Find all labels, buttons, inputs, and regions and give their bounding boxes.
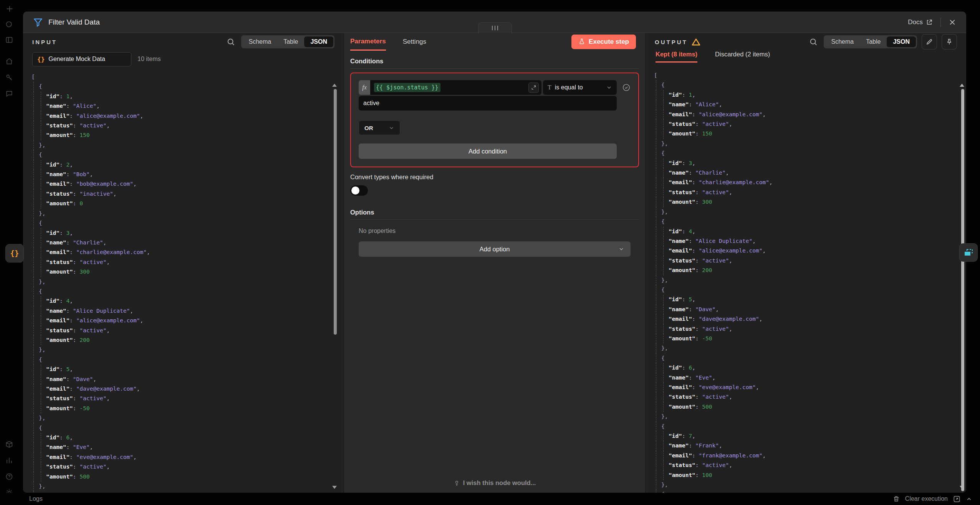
docs-link[interactable]: Docs [908,18,933,26]
close-icon[interactable] [949,18,956,26]
json-line: "amount": 500 [646,402,966,412]
json-line: "name": "Eve", [646,373,966,383]
chevron-down-icon [618,246,624,252]
tab-settings[interactable]: Settings [403,33,426,51]
options-title: Options [350,209,639,216]
combinator-select[interactable]: OR [359,120,400,135]
json-line: }, [23,277,344,287]
trash-icon[interactable] [893,495,900,502]
input-panel: INPUT Schema Table JSON {} Generate Mock… [23,33,344,493]
chevron-down-icon [606,84,612,91]
tab-table[interactable]: Table [277,36,304,47]
output-scroll-up-icon[interactable] [960,84,964,87]
warning-triangle-icon[interactable] [692,38,700,46]
chevron-up-icon[interactable] [966,496,972,502]
json-line: "id": 5, [646,295,966,304]
json-line: "name": "Charlie", [646,168,966,178]
execute-step-button[interactable]: Execute step [571,35,636,49]
json-line: "status": "active", [23,121,344,130]
json-line: "status": "active", [646,392,966,402]
json-line: { [23,82,344,91]
condition-left-value-field[interactable]: {{ $json.status }} [370,80,541,95]
tab-parameters[interactable]: Parameters [350,33,386,51]
home-icon[interactable] [5,58,13,65]
execute-step-label: Execute step [589,38,629,46]
json-line: "status": "active", [23,326,344,335]
json-line: }, [23,482,344,491]
input-source-select[interactable]: {} Generate Mock Data [32,52,131,66]
chevron-down-icon [116,56,126,62]
output-search-icon[interactable] [809,38,818,46]
node-feedback-link[interactable]: I wish this node would... [344,479,645,487]
input-scrollbar[interactable] [334,89,337,335]
condition-right-value-field[interactable]: active [359,96,617,111]
output-scrollbar[interactable] [961,89,964,491]
expression-fx-badge[interactable]: fx [359,80,370,95]
tab-table[interactable]: Table [860,36,887,47]
add-option-button[interactable]: Add option [359,241,631,257]
panel-toggle-icon[interactable] [5,36,13,44]
edit-output-button[interactable] [922,34,937,50]
input-search-icon[interactable] [227,38,235,46]
filter-node-icon [33,17,43,27]
json-line: "status": "active", [646,256,966,266]
package-icon[interactable] [5,441,13,448]
operator-select[interactable]: T is equal to [543,80,617,95]
json-line: "id": 2, [23,160,344,170]
pin-data-button[interactable] [942,34,957,50]
panel-drag-handle[interactable] [478,22,512,33]
wish-label: I wish this node would... [463,479,536,487]
json-line: }, [23,413,344,423]
search-canvas-icon[interactable] [5,21,13,28]
input-node-chip[interactable]: {} [5,244,24,262]
input-label: INPUT [32,39,57,45]
tab-schema[interactable]: Schema [825,36,860,47]
tab-schema[interactable]: Schema [242,36,277,47]
json-line: { [23,218,344,228]
input-items-count: 10 items [137,56,161,63]
json-line: "status": "active", [646,188,966,197]
tab-json[interactable]: JSON [887,36,916,47]
output-scroll-down-icon[interactable] [960,486,964,489]
expression-text[interactable]: {{ $json.status }} [374,83,440,92]
insights-chart-icon[interactable] [5,457,13,464]
json-line: "email": "alice@example.com", [23,316,344,325]
json-line: { [23,423,344,433]
clear-execution-label[interactable]: Clear execution [905,495,948,502]
input-view-tabs: Schema Table JSON [241,35,334,48]
input-scroll-up-icon[interactable] [332,84,337,87]
json-line: "amount": 300 [23,267,344,277]
open-expression-editor-icon[interactable] [528,83,539,93]
json-line: { [23,150,344,160]
output-panel: OUTPUT Schema Table JSON [645,33,966,493]
convert-types-toggle[interactable] [350,185,368,196]
kept-tab[interactable]: Kept (8 items) [656,51,697,63]
convert-types-label: Convert types where required [350,173,639,181]
pop-out-icon[interactable] [953,495,960,503]
node-settings-modal: Filter Valid Data Docs INPUT Schema Ta [23,12,966,493]
next-node-chip[interactable] [959,243,978,262]
input-scroll-down-icon[interactable] [332,486,337,489]
json-line: { [646,149,966,158]
condition-value: active [363,100,379,107]
logs-label[interactable]: Logs [29,495,43,502]
input-json-view[interactable]: [{"id": 1,"name": "Alice","email": "alic… [23,68,344,493]
json-line: { [646,490,966,493]
condition-valid-check-icon[interactable] [622,83,631,92]
json-line: "id": 5, [23,365,344,374]
add-condition-button[interactable]: Add condition [359,144,617,159]
input-source-name: Generate Mock Data [48,56,105,63]
json-line: }, [646,276,966,285]
chat-bubble-icon[interactable] [5,90,13,97]
json-line: { [646,353,966,363]
json-line: "email": "alice@example.com", [646,246,966,256]
add-node-icon[interactable] [5,5,14,13]
tab-json[interactable]: JSON [304,36,333,47]
node-title[interactable]: Filter Valid Data [48,18,100,26]
json-line: }, [646,139,966,149]
discarded-tab[interactable]: Discarded (2 items) [715,51,770,61]
flask-icon [578,38,585,45]
output-json-view[interactable]: [{"id": 1,"name": "Alice","email": "alic… [646,66,966,493]
help-icon[interactable] [5,473,13,480]
credentials-key-icon[interactable] [5,74,13,81]
